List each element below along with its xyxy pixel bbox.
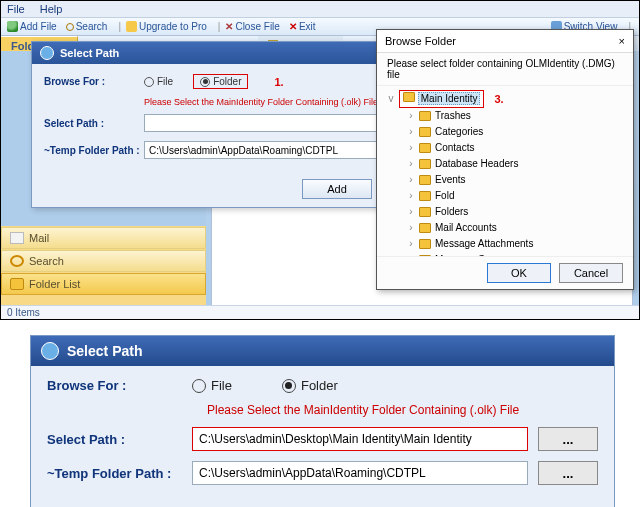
temp-path-label: ~Temp Folder Path : xyxy=(44,145,144,156)
tree-item-label: Contacts xyxy=(435,140,474,156)
expand-icon[interactable]: v xyxy=(387,91,395,107)
browse-select-path-button[interactable]: ... xyxy=(538,427,598,451)
folder-icon xyxy=(419,223,431,233)
tree-item[interactable]: › Categories xyxy=(407,124,627,140)
menu-bar: File Help xyxy=(1,1,639,18)
folder-icon xyxy=(419,127,431,137)
folder-icon xyxy=(419,239,431,249)
temp-path-input[interactable] xyxy=(192,461,528,485)
tree-item[interactable]: › Folders xyxy=(407,204,627,220)
temp-path-input[interactable] xyxy=(144,141,402,159)
browse-folder-dialog: Browse Folder × Please select folder con… xyxy=(376,29,634,290)
expand-icon[interactable]: › xyxy=(407,252,415,256)
cancel-button[interactable]: Cancel xyxy=(559,263,623,283)
tree-item[interactable]: › Contacts xyxy=(407,140,627,156)
tree-item-label: Trashes xyxy=(435,108,471,124)
folder-icon xyxy=(419,255,431,256)
tree-root-main-identity[interactable]: Main Identity xyxy=(418,92,481,105)
expand-icon[interactable]: › xyxy=(407,140,415,156)
tree-item[interactable]: › Database Headers xyxy=(407,156,627,172)
tree-item-label: Folders xyxy=(435,204,468,220)
sidebar-item-search[interactable]: Search xyxy=(1,250,206,272)
select-path-dialog-large: Select Path Browse For : File Folder Ple… xyxy=(30,335,615,507)
select-path-title: Select Path xyxy=(67,343,142,359)
browse-for-label: Browse For : xyxy=(47,378,192,393)
search-icon xyxy=(10,255,24,267)
add-icon xyxy=(7,21,18,32)
select-path-input[interactable] xyxy=(144,114,385,132)
close-file-button[interactable]: ✕Close File xyxy=(225,21,279,32)
exit-button[interactable]: ✕Exit xyxy=(289,21,316,32)
expand-icon[interactable]: › xyxy=(407,204,415,220)
expand-icon[interactable]: › xyxy=(407,156,415,172)
tree-item-label: Mail Accounts xyxy=(435,220,497,236)
tree-item-label: Message Attachments xyxy=(435,236,533,252)
upgrade-icon xyxy=(126,21,137,32)
sidebar-item-folder-list[interactable]: Folder List xyxy=(1,273,206,295)
folder-icon xyxy=(419,159,431,169)
select-path-input[interactable] xyxy=(192,427,528,451)
folder-icon xyxy=(419,111,431,121)
tree-item-label: Events xyxy=(435,172,466,188)
folder-icon xyxy=(419,191,431,201)
tree-item-label: Database Headers xyxy=(435,156,518,172)
expand-icon[interactable]: › xyxy=(407,236,415,252)
close-icon: ✕ xyxy=(225,21,233,32)
expand-icon[interactable]: › xyxy=(407,124,415,140)
tree-item[interactable]: › Message Attachments xyxy=(407,236,627,252)
expand-icon[interactable]: › xyxy=(407,188,415,204)
tree-item[interactable]: › Fold xyxy=(407,188,627,204)
folder-icon xyxy=(419,143,431,153)
tree-item[interactable]: › Mail Accounts xyxy=(407,220,627,236)
folder-icon xyxy=(403,92,415,102)
select-path-label: Select Path : xyxy=(44,118,144,129)
folder-icon xyxy=(419,207,431,217)
browse-for-label: Browse For : xyxy=(44,76,144,87)
browse-folder-title: Browse Folder xyxy=(385,35,456,47)
tree-item-label: Fold xyxy=(435,188,454,204)
search-icon xyxy=(66,23,74,31)
expand-icon[interactable]: › xyxy=(407,220,415,236)
temp-path-label: ~Temp Folder Path : xyxy=(47,466,192,481)
expand-icon[interactable]: › xyxy=(407,172,415,188)
select-path-title: Select Path xyxy=(60,47,119,59)
radio-folder[interactable]: Folder xyxy=(200,76,241,87)
sidebar-item-mail[interactable]: Mail xyxy=(1,227,206,249)
folder-icon xyxy=(10,278,24,290)
select-path-label: Select Path : xyxy=(47,432,192,447)
browse-temp-path-button[interactable]: ... xyxy=(538,461,598,485)
close-dialog-button[interactable]: × xyxy=(619,35,625,47)
radio-file[interactable]: File xyxy=(192,378,232,393)
mail-icon xyxy=(10,232,24,244)
ok-button[interactable]: OK xyxy=(487,263,551,283)
app-window: File Help Add File Search | Upgrade to P… xyxy=(0,0,640,320)
search-button[interactable]: Search xyxy=(66,21,108,32)
tree-item[interactable]: › Trashes xyxy=(407,108,627,124)
browse-folder-subtitle: Please select folder containing OLMIdent… xyxy=(377,53,633,86)
add-button[interactable]: Add xyxy=(302,179,372,199)
item-count: 0 Items xyxy=(7,307,40,318)
warning-text: Please Select the MainIdentity Folder Co… xyxy=(207,403,598,417)
expand-icon[interactable]: › xyxy=(407,108,415,124)
folder-icon xyxy=(419,175,431,185)
radio-folder[interactable]: Folder xyxy=(282,378,338,393)
select-path-icon xyxy=(40,46,54,60)
status-bar: 0 Items xyxy=(1,305,639,319)
add-file-button[interactable]: Add File xyxy=(7,21,57,32)
folder-tree: v Main Identity 3. › Trashes› Categories… xyxy=(377,86,633,256)
annotation-1: 1. xyxy=(274,76,283,88)
annotation-3: 3. xyxy=(494,91,503,107)
select-path-icon xyxy=(41,342,59,360)
menu-help[interactable]: Help xyxy=(40,3,63,15)
menu-file[interactable]: File xyxy=(7,3,25,15)
tree-item-label: Categories xyxy=(435,124,483,140)
exit-icon: ✕ xyxy=(289,21,297,32)
tree-item[interactable]: › Events xyxy=(407,172,627,188)
upgrade-button[interactable]: Upgrade to Pro xyxy=(126,21,207,32)
radio-file[interactable]: File xyxy=(144,76,173,87)
tree-item-label: Message Sources xyxy=(435,252,515,256)
